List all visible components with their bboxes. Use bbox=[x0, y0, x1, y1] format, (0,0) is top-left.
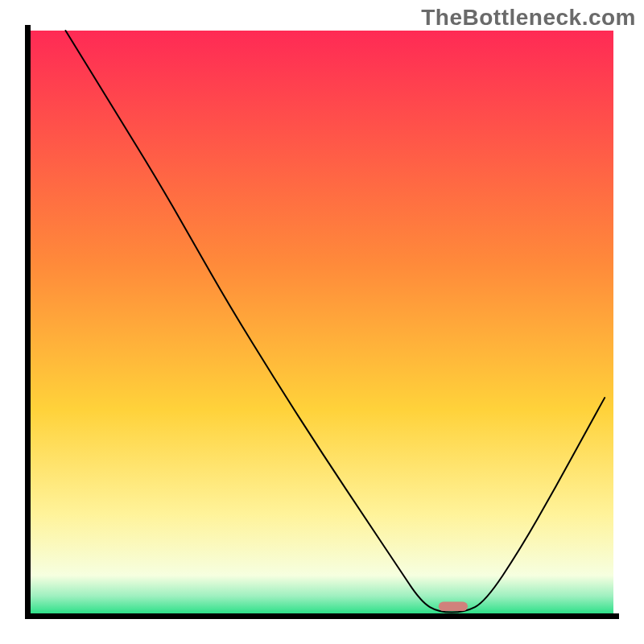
x-axis bbox=[25, 613, 619, 619]
y-axis bbox=[25, 25, 31, 619]
plot-background bbox=[31, 31, 613, 613]
watermark-text: TheBottleneck.com bbox=[421, 5, 636, 31]
chart-svg bbox=[0, 0, 644, 644]
optimal-range-marker bbox=[439, 602, 468, 612]
chart-container: TheBottleneck.com bbox=[0, 0, 644, 644]
